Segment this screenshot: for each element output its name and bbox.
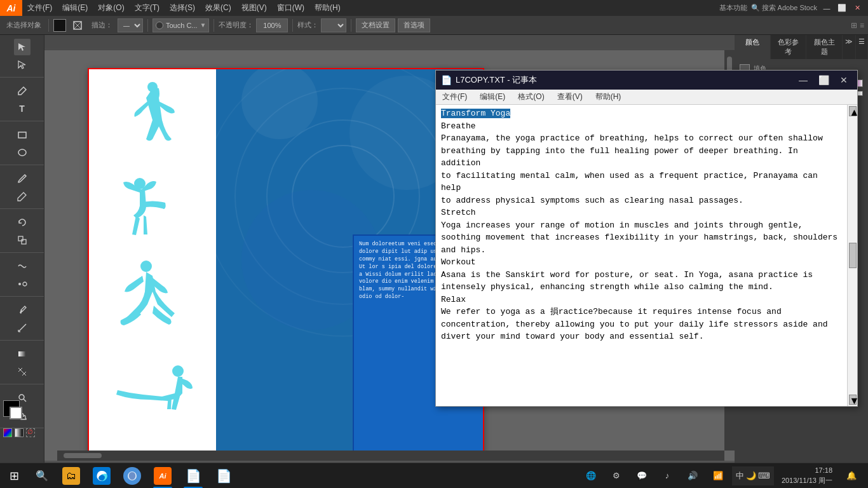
notepad-minimize-btn[interactable]: — [795,72,811,88]
ai-minimize-btn[interactable]: — [821,3,832,14]
ai-restore-btn[interactable]: ⬜ [836,3,848,14]
menu-type[interactable]: 文字(T) [130,0,165,16]
notepad-restore-btn[interactable]: ⬜ [815,72,832,88]
mesh-tool[interactable] [14,363,31,380]
fill-color[interactable] [53,19,66,32]
volume-icon[interactable]: 🔊 [681,463,704,489]
panel-menu-btn[interactable]: ☰ [856,35,868,59]
notepad-window-icon: 📄 [441,75,452,85]
taskbar-file-explorer[interactable]: 🗂 [56,463,86,489]
color-mode-icon[interactable] [3,428,12,437]
h-scrollbar[interactable] [57,451,724,461]
none-swatch[interactable]: ∅ [26,428,35,437]
scale-tool[interactable] [14,232,31,248]
opacity-label: 不透明度： [219,20,254,30]
gradient-swatch[interactable] [15,428,24,437]
ime-keyboard: ⌨ [758,471,770,480]
yoga-silhouette-2 [108,165,197,241]
measure-tool[interactable] [14,320,31,336]
paintbrush-tool[interactable] [14,170,31,187]
menu-file[interactable]: 文件(F) [22,0,57,16]
menu-window[interactable]: 窗口(W) [272,0,309,16]
taskbar-edge[interactable] [86,463,117,489]
music-icon[interactable]: ♪ [656,463,679,489]
svg-point-7 [23,282,27,286]
notepad-scrollbar[interactable]: ▲ ▼ [847,105,857,406]
type-tool[interactable]: T [14,100,31,117]
scrollbar-thumb[interactable] [849,243,857,268]
menu-edit[interactable]: 编辑(E) [57,0,93,16]
pen-tool[interactable] [14,83,31,99]
notifications-icon[interactable]: 🔔 [840,463,863,489]
start-button[interactable]: ⊞ [0,463,28,489]
brush-name: Touch C... [166,22,198,29]
svg-rect-4 [18,236,23,241]
np-menu-view[interactable]: 查看(V) [551,90,589,105]
taskbar-illustrator[interactable]: Ai [147,463,178,489]
opacity-input[interactable] [256,18,288,32]
toolbar-divider2 [147,19,148,32]
h-scrollbar-thumb[interactable] [64,453,102,458]
system-clock[interactable]: 17:18 2013/11/13 周一 [776,466,837,485]
notepad-close-btn[interactable]: ✕ [836,72,852,88]
taskbar-dakoroni[interactable] [117,463,147,489]
ai-menubar: Ai 文件(F) 编辑(E) 对象(O) 文字(T) 选择(S) 效果(C) 视… [0,0,868,16]
np-menu-format[interactable]: 格式(O) [512,90,550,105]
taskbar-notepad[interactable]: 📄 [178,463,208,489]
taskbar-placeholder[interactable]: 📄 [208,463,239,489]
search-button[interactable]: 🔍 [28,463,56,489]
ai-close-btn[interactable]: ✕ [851,3,863,14]
chat-icon[interactable]: 💬 [630,463,653,489]
taskbar-right: 🌐 ⚙ 💬 ♪ 🔊 📶 中 🌙 ⌨ 17:18 2013/11/13 周一 🔔 [580,463,868,489]
yoga-silhouette-3 [102,254,203,336]
menu-help[interactable]: 帮助(H) [309,0,346,16]
toolbar-btn1[interactable] [69,18,86,33]
ai-toolbar: 未选择对象 描边： — Touch C... ▼ 不透明度： 样式： 文档设置 … [0,16,868,35]
color-swatches: ∅ [3,400,35,437]
menu-view[interactable]: 视图(V) [236,0,272,16]
np-menu-file[interactable]: 文件(F) [436,90,473,105]
gradient-tool[interactable] [14,346,31,362]
select-tool[interactable] [14,39,31,55]
rotate-tool[interactable] [14,214,31,231]
menu-object[interactable]: 对象(O) [93,0,129,16]
illustrator-taskbar-icon: Ai [154,467,172,485]
blend-tool[interactable] [14,276,31,292]
direct-select-tool[interactable] [14,57,31,73]
scrollbar-up-btn[interactable]: ▲ [849,106,857,116]
brush-icon [156,22,163,29]
browser-icon[interactable]: ⚙ [605,463,628,489]
svg-point-12 [19,395,24,400]
panel-tab-color-theme[interactable]: 颜色主题 [806,35,843,59]
network-icon[interactable]: 🌐 [580,463,602,489]
eyedropper-tool[interactable] [14,302,31,318]
panel-tab-color[interactable]: 颜色 [735,35,771,59]
np-menu-help[interactable]: 帮助(H) [589,90,628,105]
ai-logo-icon: Ai [0,0,22,16]
ime-bar[interactable]: 中 🌙 ⌨ [732,466,774,485]
stroke-swatch[interactable] [10,407,22,419]
brush-dropdown-icon[interactable]: ▼ [200,22,207,29]
doc-settings-btn[interactable]: 文档设置 [356,18,395,32]
warp-tool[interactable] [14,258,31,274]
menu-effect[interactable]: 效果(C) [200,0,236,16]
ellipse-tool[interactable] [14,144,31,161]
pencil-tool[interactable] [14,188,31,205]
preferences-btn[interactable]: 首选项 [398,18,430,32]
network-status-icon[interactable]: 📶 [707,463,729,489]
style-select[interactable] [321,18,346,32]
stroke-select[interactable]: — [118,18,143,32]
panel-expand-btn[interactable]: ≫ [843,35,856,59]
notepad-resize-handle[interactable] [850,398,857,406]
svg-rect-2 [18,132,26,138]
svg-rect-11 [18,351,26,356]
toolbar-divider5 [351,19,351,32]
panel-tab-color-ref[interactable]: 色彩参考 [771,35,807,59]
notepad-text-area[interactable]: Transform Yoga Breathe Pranayama, the yo… [436,105,847,406]
style-label: 样式： [297,20,318,30]
rectangle-tool[interactable] [14,126,31,143]
notepad-title: L7COPY.TXT - 记事本 [456,74,791,86]
np-menu-edit[interactable]: 编辑(E) [473,90,512,105]
menu-select[interactable]: 选择(S) [165,0,200,16]
toolbar-divider [48,19,49,32]
